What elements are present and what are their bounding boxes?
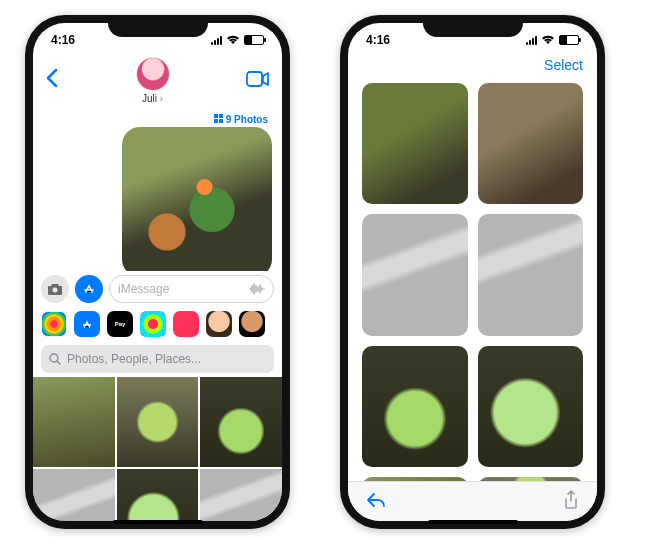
- svg-rect-1: [214, 114, 218, 118]
- audio-message-icon: [249, 283, 265, 295]
- photo-search[interactable]: Photos, People, Places...: [41, 345, 274, 373]
- messages-screen: 4:16 Juli 9 Photos: [33, 23, 282, 521]
- phone-right-frame: 4:16 Select: [340, 15, 605, 529]
- search-icon: [49, 353, 61, 365]
- status-time: 4:16: [366, 33, 390, 47]
- stack-detail-header: Select: [348, 57, 597, 77]
- conversation-header: Juli: [33, 57, 282, 110]
- stack-photo[interactable]: [478, 346, 584, 467]
- wifi-icon: [226, 35, 240, 45]
- share-button[interactable]: [563, 490, 579, 514]
- apps-button[interactable]: [75, 275, 103, 303]
- facetime-button[interactable]: [246, 71, 270, 91]
- svg-rect-2: [219, 114, 223, 118]
- photo-thumb[interactable]: [33, 469, 115, 521]
- app-music[interactable]: [173, 311, 199, 337]
- photo-stack-bubble[interactable]: [122, 127, 272, 271]
- app-memoji-1[interactable]: [206, 311, 232, 337]
- app-fitness[interactable]: [140, 311, 166, 337]
- stack-toolbar: [348, 481, 597, 521]
- photo-stack-detail-screen: 4:16 Select: [348, 23, 597, 521]
- select-button[interactable]: Select: [544, 57, 583, 73]
- wifi-icon: [541, 35, 555, 45]
- app-store[interactable]: [74, 311, 100, 337]
- photo-thumb[interactable]: [200, 377, 282, 467]
- app-photos[interactable]: [41, 311, 67, 337]
- status-right: [526, 35, 579, 45]
- photo-thumb[interactable]: [117, 469, 199, 521]
- stack-photo[interactable]: [362, 346, 468, 467]
- contact-name: Juli: [136, 93, 170, 104]
- camera-button[interactable]: [41, 275, 69, 303]
- svg-rect-4: [219, 119, 223, 123]
- photo-thumb[interactable]: [200, 469, 282, 521]
- battery-icon: [559, 35, 579, 45]
- camera-icon: [47, 283, 63, 296]
- home-indicator[interactable]: [428, 520, 518, 524]
- message-input[interactable]: iMessage: [109, 275, 274, 303]
- app-store-icon: [82, 282, 96, 296]
- reply-button[interactable]: [366, 492, 386, 512]
- svg-rect-0: [247, 72, 262, 86]
- photo-thumb[interactable]: [33, 377, 115, 467]
- stack-photo[interactable]: [362, 83, 468, 204]
- notch: [423, 15, 523, 37]
- search-placeholder: Photos, People, Places...: [67, 352, 201, 366]
- app-memoji-2[interactable]: [239, 311, 265, 337]
- contact-header[interactable]: Juli: [136, 57, 170, 104]
- battery-icon: [244, 35, 264, 45]
- phone-left-frame: 4:16 Juli 9 Photos: [25, 15, 290, 529]
- notch: [108, 15, 208, 37]
- message-area: [33, 127, 282, 271]
- message-placeholder: iMessage: [118, 282, 169, 296]
- home-indicator[interactable]: [113, 520, 203, 524]
- app-drawer[interactable]: Pay: [33, 307, 282, 343]
- photo-thumb[interactable]: [117, 377, 199, 467]
- stack-photo[interactable]: [478, 214, 584, 335]
- svg-rect-3: [214, 119, 218, 123]
- photo-picker-grid[interactable]: [33, 377, 282, 521]
- photo-stack-count[interactable]: 9 Photos: [33, 110, 282, 127]
- share-icon: [563, 490, 579, 510]
- stack-grid[interactable]: [348, 77, 597, 481]
- app-store-icon: [81, 318, 93, 330]
- grid-icon: [214, 114, 223, 123]
- svg-point-5: [53, 287, 58, 292]
- cellular-icon: [526, 35, 537, 45]
- compose-bar: iMessage: [33, 271, 282, 307]
- reply-icon: [366, 492, 386, 508]
- app-apple-pay[interactable]: Pay: [107, 311, 133, 337]
- status-right: [211, 35, 264, 45]
- contact-avatar: [136, 57, 170, 91]
- stack-photo[interactable]: [362, 214, 468, 335]
- back-button[interactable]: [45, 68, 59, 94]
- cellular-icon: [211, 35, 222, 45]
- stack-photo[interactable]: [478, 83, 584, 204]
- status-time: 4:16: [51, 33, 75, 47]
